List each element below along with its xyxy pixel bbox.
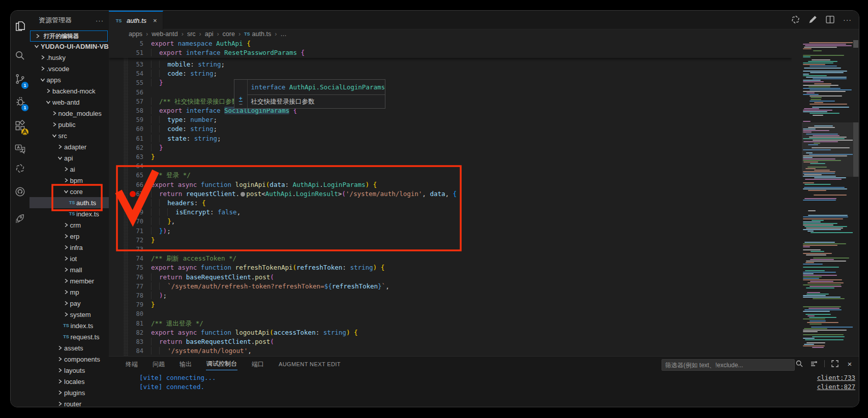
split-editor-icon[interactable]: [825, 14, 835, 25]
tree-item-label: member: [70, 277, 95, 285]
line-number: 74: [123, 254, 143, 263]
breadcrumb-item[interactable]: api: [205, 30, 214, 38]
tree-item-mall[interactable]: mall: [29, 264, 109, 275]
more-actions-icon[interactable]: ···: [96, 17, 104, 24]
panel-tab[interactable]: AUGMENT NEXT EDIT: [278, 360, 341, 369]
code-editor[interactable]: 53 mobile: string;54 code: string;55 }56…: [109, 39, 792, 356]
tree-item-request.ts[interactable]: TSrequest.ts: [29, 331, 109, 342]
breadcrumb-separator: ›: [275, 30, 277, 38]
open-editors-section[interactable]: 打开的编辑器: [30, 30, 108, 42]
minimap-slider[interactable]: [802, 122, 859, 177]
count-badge: 1: [21, 82, 28, 89]
edit-pencil-icon[interactable]: [807, 14, 818, 25]
panel-tab[interactable]: 输出: [179, 359, 192, 370]
tree-item-label: layouts: [64, 367, 85, 374]
activity-files-icon[interactable]: [11, 16, 29, 36]
clear-output-icon[interactable]: [810, 359, 819, 368]
tree-item-crm[interactable]: crm: [29, 219, 109, 231]
console-line: [vite] connecting...: [139, 373, 216, 382]
chevron-right-icon: [56, 400, 64, 407]
tree-item-api[interactable]: api: [29, 152, 109, 164]
line-number: 82: [123, 328, 143, 337]
tree-item-label: index.ts: [76, 210, 99, 218]
editor-scrollbar[interactable]: [853, 40, 859, 356]
panel-tab[interactable]: 调试控制台: [206, 359, 237, 370]
breadcrumb-item[interactable]: web-antd: [152, 30, 177, 38]
scrollbar-thumb[interactable]: [853, 122, 858, 177]
activity-translate-icon[interactable]: [11, 139, 29, 159]
chevron-right-icon: [62, 165, 70, 173]
breadcrumb-item[interactable]: TSauth.ts: [244, 30, 271, 38]
tab-auth-ts[interactable]: TS auth.ts ×: [109, 11, 163, 29]
tree-item-web-antd[interactable]: web-antd: [29, 97, 109, 108]
tree-item-label: backend-mock: [52, 87, 96, 95]
tree-item-.husky[interactable]: .husky: [29, 52, 109, 63]
breadcrumb-item[interactable]: src: [187, 30, 196, 38]
panel-tab[interactable]: 问题: [152, 359, 165, 370]
console-filter-input[interactable]: [662, 359, 795, 371]
breadcrumb-item[interactable]: core: [223, 30, 235, 38]
tree-item-public[interactable]: public: [29, 119, 109, 130]
console-source-link[interactable]: client:733: [817, 373, 855, 382]
activity-search-icon[interactable]: [11, 45, 29, 66]
close-panel-icon[interactable]: ×: [845, 359, 854, 368]
panel-tab[interactable]: 端口: [251, 359, 264, 370]
line-number: 59: [123, 115, 143, 124]
tree-item-ai[interactable]: ai: [29, 164, 109, 175]
more-icon[interactable]: ···: [842, 14, 853, 25]
panel-tab[interactable]: 终端: [125, 359, 138, 370]
tree-item-yudao-ui-admin-vben...[interactable]: YUDAO-UI-ADMIN-VBEN...: [29, 41, 109, 52]
tree-item-backend-mock[interactable]: backend-mock: [29, 85, 109, 97]
maximize-panel-icon[interactable]: [830, 359, 840, 368]
code-line-53: 53 mobile: string;: [109, 60, 792, 69]
tree-item-plugins[interactable]: plugins: [29, 387, 109, 398]
tree-item-adapter[interactable]: adapter: [29, 141, 109, 152]
breadcrumb-item[interactable]: apps: [129, 30, 142, 38]
tree-item-index.ts[interactable]: TSindex.ts: [29, 320, 109, 331]
tree-item-assets[interactable]: assets: [29, 342, 109, 353]
activity-source-control-icon[interactable]: 1: [11, 69, 29, 89]
minimap[interactable]: [802, 40, 853, 356]
tree-item-system[interactable]: system: [29, 309, 109, 320]
activity-github-icon[interactable]: [11, 181, 29, 202]
tree-item-pay[interactable]: pay: [29, 298, 109, 309]
tree-item-layouts[interactable]: layouts: [29, 365, 109, 376]
tab-bar: TS auth.ts × ···: [109, 11, 859, 29]
console-line: [vite] connected.: [139, 382, 216, 392]
close-tab-icon[interactable]: ×: [153, 17, 157, 24]
activity-extensions-icon[interactable]: [11, 115, 29, 136]
tree-item-member[interactable]: member: [29, 275, 109, 286]
line-number: 66: [123, 180, 143, 189]
code-line-74: 74/** 刷新 accessToken */: [109, 254, 792, 263]
console-source-link[interactable]: client:827: [817, 382, 855, 392]
vscode-window: 11 资源管理器 ··· 打开的编辑器 YUDAO-UI-ADMIN-VBEN.…: [10, 10, 859, 407]
tree-item-auth.ts[interactable]: TSauth.ts: [29, 197, 109, 208]
activity-openai-icon[interactable]: [11, 158, 29, 178]
activity-debug-icon[interactable]: 1: [11, 91, 29, 111]
tree-item-infra[interactable]: infra: [29, 242, 109, 253]
tree-item-nodemodules[interactable]: node_modules: [29, 108, 109, 119]
tree-item-components[interactable]: components: [29, 353, 109, 365]
decrease-verbosity-button[interactable]: −: [239, 102, 243, 107]
openai-icon[interactable]: [790, 14, 801, 25]
code-line-83: 83 return baseRequestClient.post(: [109, 337, 792, 346]
breadcrumb-item[interactable]: …: [280, 30, 287, 38]
tree-item-locales[interactable]: locales: [29, 376, 109, 387]
search-icon[interactable]: [795, 359, 804, 368]
tree-item-src[interactable]: src: [29, 130, 109, 141]
code-line-55: 55 }: [109, 78, 792, 87]
tree-item-label: mp: [70, 288, 79, 296]
tree-item-.vscode[interactable]: .vscode: [29, 63, 109, 74]
tree-item-mp[interactable]: mp: [29, 286, 109, 298]
code-line-51: 51 export interface ResetPasswordParams …: [109, 48, 792, 57]
tree-item-core[interactable]: core: [29, 186, 109, 197]
tree-item-bpm[interactable]: bpm: [29, 175, 109, 186]
code-line-56: 56: [109, 88, 792, 97]
tree-item-router[interactable]: router: [29, 398, 109, 407]
tree-item-iot[interactable]: iot: [29, 253, 109, 264]
tree-item-erp[interactable]: erp: [29, 231, 109, 242]
tree-item-index.ts[interactable]: TSindex.ts: [29, 208, 109, 219]
activity-rocket-icon[interactable]: [11, 208, 29, 228]
line-number: 78: [123, 291, 143, 300]
tree-item-apps[interactable]: apps: [29, 74, 109, 85]
